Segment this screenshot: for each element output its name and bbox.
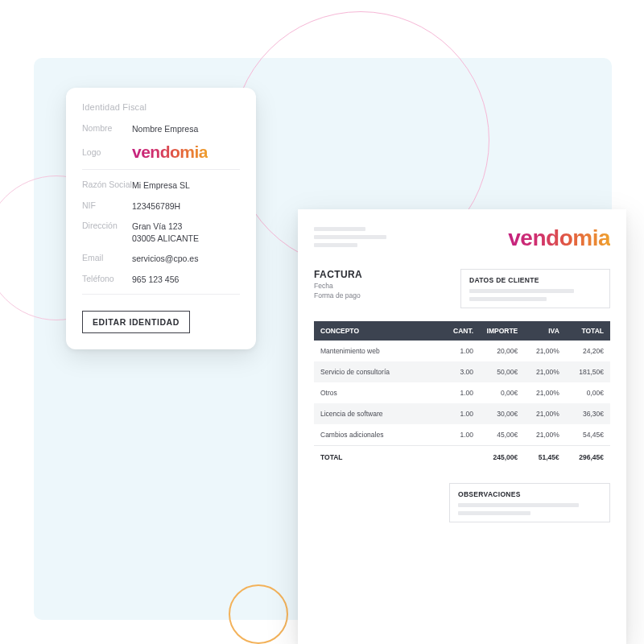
identity-row-razon: Razón Social Mi Empresa SL [82, 180, 240, 192]
cell-concepto: Licencia de software [314, 403, 444, 424]
invoice-brand-logo: vendomia [508, 227, 610, 250]
table-row: Licencia de software1.0030,00€21,00%36,3… [314, 403, 610, 424]
table-row: Mantenimiento web1.0020,00€21,00%24,20€ [314, 341, 610, 361]
identity-card-title: Identidad Fiscal [82, 102, 240, 112]
identity-row-telefono: Teléfono 965 123 456 [82, 274, 240, 286]
cell-cant: 1.00 [444, 424, 480, 446]
cell-total: 54,45€ [566, 424, 610, 446]
cell-importe: 20,00€ [480, 341, 524, 361]
th-iva: IVA [524, 321, 566, 341]
identity-separator-2 [82, 294, 240, 295]
cell-iva: 21,00% [524, 382, 566, 403]
invoice-header: vendomia [314, 227, 610, 250]
identity-row-nombre: Nombre Nombre Empresa [82, 123, 240, 135]
table-row: Otros1.000,00€21,00%0,00€ [314, 382, 610, 403]
tfoot-iva: 51,45€ [524, 446, 566, 469]
cell-importe: 30,00€ [480, 403, 524, 424]
invoice-meta-forma-pago: Forma de pago [314, 291, 362, 299]
identity-row-direccion: Dirección Gran Vía 123 03005 ALICANTE [82, 221, 240, 245]
client-data-title: DATOS DE CLIENTE [469, 276, 601, 284]
observations-box: OBSERVACIONES [449, 483, 610, 522]
cell-cant: 3.00 [444, 361, 480, 382]
tfoot-spacer [444, 446, 480, 469]
identity-card: Identidad Fiscal Nombre Nombre Empresa L… [66, 88, 256, 349]
cell-cant: 1.00 [444, 403, 480, 424]
cell-concepto: Mantenimiento web [314, 341, 444, 361]
label-razon: Razón Social [82, 180, 132, 192]
value-direccion-text: Gran Vía 123 03005 ALICANTE [132, 221, 199, 243]
cell-importe: 45,00€ [480, 424, 524, 446]
identity-row-logo: Logo vendomia [82, 143, 240, 161]
cell-importe: 0,00€ [480, 382, 524, 403]
cell-iva: 21,00% [524, 341, 566, 361]
label-logo: Logo [82, 147, 132, 157]
identity-row-nif: NIF 123456789H [82, 200, 240, 213]
invoice-title: FACTURA [314, 269, 362, 280]
edit-identity-button[interactable]: EDITAR IDENTIDAD [82, 311, 190, 333]
cell-total: 36,30€ [566, 403, 610, 424]
tfoot-total: 296,45€ [566, 446, 610, 469]
observations-title: OBSERVACIONES [458, 490, 601, 498]
identity-row-email: Email servicios@cpo.es [82, 253, 240, 265]
cell-total: 0,00€ [566, 382, 610, 403]
cell-iva: 21,00% [524, 403, 566, 424]
value-razon: Mi Empresa SL [132, 180, 190, 192]
client-data-box: DATOS DE CLIENTE [460, 269, 610, 308]
value-nombre: Nombre Empresa [132, 123, 198, 135]
cell-cant: 1.00 [444, 382, 480, 403]
identity-separator [82, 169, 240, 170]
cell-importe: 50,00€ [480, 361, 524, 382]
value-logo: vendomia [132, 143, 208, 161]
cell-iva: 21,00% [524, 361, 566, 382]
value-email: servicios@cpo.es [132, 253, 198, 265]
th-concepto: CONCEPTO [314, 321, 444, 341]
invoice-meta-left: FACTURA Fecha Forma de pago [314, 269, 362, 299]
tfoot-importe: 245,00€ [480, 446, 524, 469]
label-nombre: Nombre [82, 123, 132, 135]
cell-total: 24,20€ [566, 341, 610, 361]
decorative-circle-orange [229, 584, 288, 644]
th-cant: CANT. [444, 321, 480, 341]
invoice-meta-row: FACTURA Fecha Forma de pago DATOS DE CLI… [314, 269, 610, 308]
invoice-sender-skeleton [314, 227, 386, 247]
invoice-table: CONCEPTO CANT. IMPORTE IVA TOTAL Manteni… [314, 321, 610, 469]
tfoot-label: TOTAL [314, 446, 444, 469]
cell-iva: 21,00% [524, 424, 566, 446]
value-telefono: 965 123 456 [132, 274, 179, 286]
label-direccion: Dirección [82, 221, 132, 245]
invoice-card: vendomia FACTURA Fecha Forma de pago DAT… [298, 209, 626, 644]
table-row: Cambios adicionales1.0045,00€21,00%54,45… [314, 424, 610, 446]
value-direccion: Gran Vía 123 03005 ALICANTE [132, 221, 199, 245]
th-importe: IMPORTE [480, 321, 524, 341]
cell-concepto: Servicio de consultoría [314, 361, 444, 382]
value-nif: 123456789H [132, 200, 180, 213]
cell-total: 181,50€ [566, 361, 610, 382]
cell-cant: 1.00 [444, 341, 480, 361]
brand-logo-invoice: vendomia [508, 225, 610, 250]
th-total: TOTAL [566, 321, 610, 341]
invoice-meta-fecha: Fecha [314, 282, 362, 290]
label-telefono: Teléfono [82, 274, 132, 286]
cell-concepto: Cambios adicionales [314, 424, 444, 446]
label-email: Email [82, 253, 132, 265]
brand-logo: vendomia [132, 142, 208, 161]
table-row: Servicio de consultoría3.0050,00€21,00%1… [314, 361, 610, 382]
cell-concepto: Otros [314, 382, 444, 403]
label-nif: NIF [82, 200, 132, 213]
